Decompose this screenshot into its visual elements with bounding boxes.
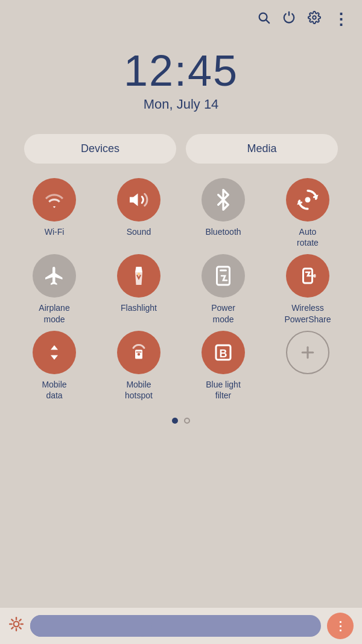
- auto-rotate-icon: [286, 178, 329, 222]
- airplane-mode-label: Airplane mode: [39, 302, 69, 324]
- bluetooth-icon: [202, 178, 245, 222]
- tile-power-mode[interactable]: Power mode: [181, 254, 265, 324]
- svg-text:B: B: [220, 347, 227, 359]
- tile-airplane-mode[interactable]: Airplane mode: [12, 254, 97, 324]
- tile-flashlight[interactable]: Flashlight: [97, 254, 181, 324]
- power-icon[interactable]: [282, 11, 296, 28]
- svg-point-14: [14, 622, 19, 627]
- settings-icon[interactable]: [308, 11, 321, 28]
- flashlight-label: Flashlight: [121, 302, 157, 313]
- airplane-icon: [33, 254, 76, 298]
- brightness-fill: [30, 615, 152, 637]
- wireless-powershare-label: Wireless PowerShare: [284, 302, 331, 324]
- tab-row: Devices Media: [0, 134, 362, 164]
- page-dot-2: [184, 418, 190, 424]
- blue-light-filter-icon: B: [202, 331, 245, 374]
- tile-blue-light-filter[interactable]: B Blue light filter: [181, 331, 265, 401]
- tile-bluetooth[interactable]: Bluetooth: [181, 178, 265, 248]
- flashlight-icon: [117, 254, 160, 298]
- add-icon: [286, 331, 329, 374]
- brightness-sun-icon: [8, 616, 24, 636]
- tile-wireless-powershare[interactable]: Wireless PowerShare: [265, 254, 350, 324]
- wireless-powershare-icon: [286, 254, 329, 298]
- clock-date: Mon, July 14: [144, 97, 219, 112]
- svg-point-9: [138, 353, 141, 356]
- top-bar: ⋮: [0, 0, 362, 28]
- svg-line-1: [266, 20, 269, 23]
- svg-line-21: [19, 619, 21, 620]
- sound-icon: [117, 178, 160, 222]
- brightness-more-button[interactable]: ⋮: [327, 613, 354, 639]
- mobile-hotspot-label: Mobile hotspot: [125, 379, 153, 401]
- svg-point-3: [305, 197, 311, 203]
- tile-auto-rotate[interactable]: Auto rotate: [265, 178, 350, 248]
- clock-section: 12:45 Mon, July 14: [0, 46, 362, 112]
- search-icon[interactable]: [257, 11, 270, 28]
- svg-line-20: [19, 627, 21, 628]
- tile-add[interactable]: [265, 331, 350, 401]
- tile-sound[interactable]: Sound: [97, 178, 181, 248]
- page-dots: [0, 418, 362, 424]
- clock-time: 12:45: [124, 46, 238, 95]
- tab-media[interactable]: Media: [186, 134, 338, 164]
- sound-label: Sound: [127, 226, 151, 237]
- power-mode-icon: [202, 254, 245, 298]
- tile-mobile-hotspot[interactable]: Mobile hotspot: [97, 331, 181, 401]
- svg-line-22: [11, 627, 13, 628]
- brightness-more-icon: ⋮: [334, 619, 346, 633]
- auto-rotate-label: Auto rotate: [297, 226, 319, 248]
- more-icon[interactable]: ⋮: [333, 11, 349, 27]
- svg-point-4: [138, 273, 141, 276]
- mobile-data-icon: [33, 331, 76, 374]
- wifi-label: Wi-Fi: [45, 226, 65, 237]
- brightness-track[interactable]: [30, 615, 321, 637]
- brightness-bar: ⋮: [0, 608, 362, 644]
- tab-devices[interactable]: Devices: [24, 134, 176, 164]
- bluetooth-label: Bluetooth: [205, 226, 241, 237]
- wifi-icon: [33, 178, 76, 222]
- mobile-hotspot-icon: [117, 331, 160, 374]
- page-dot-1: [172, 418, 178, 424]
- tile-wifi[interactable]: Wi-Fi: [12, 178, 97, 248]
- power-mode-label: Power mode: [211, 302, 235, 324]
- svg-point-2: [313, 16, 316, 19]
- mobile-data-label: Mobile data: [42, 379, 66, 401]
- blue-light-filter-label: Blue light filter: [206, 379, 241, 401]
- svg-line-19: [11, 619, 13, 620]
- tiles-grid: Wi-Fi Sound Bluetooth: [0, 178, 362, 401]
- tile-mobile-data[interactable]: Mobile data: [12, 331, 97, 401]
